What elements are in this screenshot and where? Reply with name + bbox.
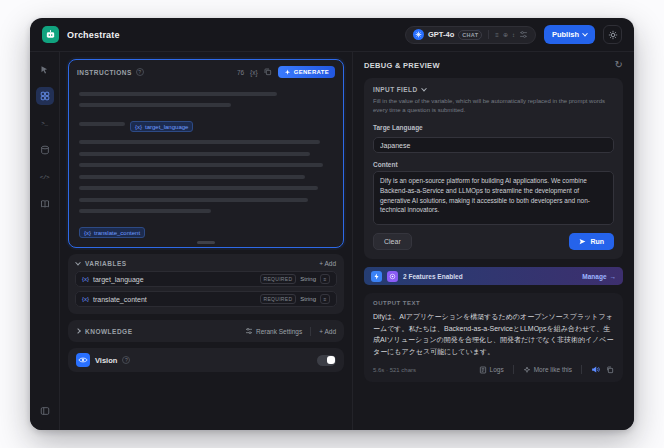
speaker-icon[interactable] [591, 365, 600, 374]
help-icon[interactable]: ? [122, 356, 130, 364]
skeleton-line [79, 186, 318, 190]
model-mode-badge: CHAT [458, 30, 482, 40]
chevron-down-icon [582, 30, 588, 36]
variable-row[interactable]: {x} target_language REQUIRED String ≡ [75, 271, 337, 287]
type-label: String [300, 296, 316, 302]
sidebar-item-orchestrate[interactable] [36, 87, 54, 105]
publish-label: Publish [552, 30, 579, 39]
publish-button[interactable]: Publish [544, 25, 595, 44]
variables-title: VARIABLES [85, 260, 127, 267]
content-textarea[interactable]: Dify is an open-source platform for buil… [373, 171, 614, 225]
copy-output-icon[interactable] [606, 366, 614, 374]
feature-icon-blue [371, 271, 382, 282]
generate-button[interactable]: GENERATE [278, 66, 335, 78]
variable-settings-icon[interactable]: ≡ [320, 294, 330, 304]
skeleton-line [79, 175, 305, 179]
debug-title: DEBUG & PREVIEW [364, 61, 440, 70]
model-param-icon-1[interactable]: ≡ [495, 32, 499, 38]
skeleton-line [79, 140, 320, 144]
output-text: Difyは、AIアプリケーションを構築するためのオープンソースプラットフォームで… [373, 311, 614, 357]
settings-button[interactable] [603, 25, 622, 44]
instructions-title: INSTRUCTIONS [77, 69, 132, 76]
divider [513, 365, 514, 374]
variable-insert-icon[interactable]: {x} [250, 69, 258, 76]
send-icon [579, 238, 586, 245]
skeleton-line [79, 152, 310, 156]
sparkle-icon [523, 366, 531, 374]
add-knowledge-button[interactable]: + Add [319, 328, 336, 335]
model-param-icon-3[interactable]: ↕ [512, 32, 515, 38]
refresh-icon[interactable]: ↻ [615, 60, 623, 70]
logs-icon[interactable] [36, 141, 54, 159]
target-language-input[interactable] [373, 137, 614, 153]
output-title: OUTPUT TEXT [373, 300, 614, 306]
add-variable-button[interactable]: + Add [319, 260, 336, 267]
variable-token[interactable]: {x}target_language [130, 121, 193, 132]
model-selector[interactable]: GPT-4o CHAT ≡ ⊕ ↕ [405, 26, 536, 44]
chevron-down-icon[interactable] [75, 259, 81, 265]
eye-icon [76, 353, 90, 367]
knowledge-title: KNOWLEDGE [85, 328, 132, 335]
help-icon[interactable]: ? [136, 68, 144, 76]
vision-label: Vision [95, 356, 117, 365]
variable-token[interactable]: {x}translate_content [79, 227, 145, 238]
variable-settings-icon[interactable]: ≡ [320, 274, 330, 284]
pointer-icon[interactable] [36, 60, 54, 78]
field-label-target-language: Targe Language [373, 124, 614, 131]
divider [581, 365, 582, 374]
vision-toggle[interactable] [317, 355, 336, 366]
copy-icon[interactable] [264, 68, 272, 76]
arrow-right-icon: → [610, 273, 617, 280]
variables-panel: VARIABLES + Add {x} target_language REQU… [68, 254, 344, 314]
api-icon[interactable]: </> [36, 168, 54, 186]
chevron-right-icon[interactable] [75, 328, 81, 334]
clear-button[interactable]: Clear [373, 233, 412, 250]
left-icon-rail: >_ </> [30, 52, 60, 430]
terminal-icon[interactable]: >_ [36, 114, 54, 132]
input-field-card: INPUT FIELD Fill in the value of the var… [364, 78, 623, 259]
required-badge: REQUIRED [260, 274, 297, 284]
knowledge-panel: KNOWLEDGE Rerank Settings + Add [68, 320, 344, 342]
instructions-panel: INSTRUCTIONS ? 76 {x} GENERATE [68, 59, 344, 248]
collapse-sidebar-icon[interactable] [36, 402, 54, 420]
skeleton-line [79, 198, 308, 202]
input-field-description: Fill in the value of the variable, which… [373, 97, 614, 116]
pill-divider [488, 30, 489, 39]
manage-features-button[interactable]: Manage → [582, 273, 616, 280]
features-bar: 2 Features Enabled Manage → [364, 267, 623, 285]
skeleton-line [79, 103, 231, 107]
app-logo-icon [42, 26, 59, 43]
model-param-icon-2[interactable]: ⊕ [503, 32, 508, 38]
orchestrate-column: INSTRUCTIONS ? 76 {x} GENERATE [60, 52, 352, 430]
debug-preview-column: DEBUG & PREVIEW ↻ INPUT FIELD Fill in th… [352, 52, 634, 430]
output-stats: 5.6s · 521 chars [373, 367, 416, 373]
variable-row[interactable]: {x} translate_content REQUIRED String ≡ [75, 291, 337, 307]
page-title: Orchestrate [67, 30, 120, 40]
sliders-icon[interactable] [519, 30, 528, 39]
header: Orchestrate GPT-4o CHAT ≡ ⊕ ↕ Publish [30, 18, 634, 52]
divider [310, 327, 311, 336]
required-badge: REQUIRED [260, 294, 297, 304]
more-like-this-button[interactable]: More like this [523, 366, 572, 374]
resize-handle[interactable] [197, 241, 215, 244]
x-token-icon: {x} [82, 296, 89, 302]
vision-panel: Vision ? [68, 348, 344, 372]
output-panel: OUTPUT TEXT Difyは、AIアプリケーションを構築するためのオープン… [364, 293, 623, 382]
docs-icon[interactable] [36, 195, 54, 213]
generate-label: GENERATE [294, 69, 329, 75]
prompt-editor[interactable]: {x}target_language {x}translate_content [69, 80, 343, 247]
features-enabled-text: 2 Features Enabled [403, 273, 463, 280]
char-count: 76 [237, 69, 244, 76]
model-icon [413, 29, 424, 40]
logs-icon [479, 366, 487, 374]
skeleton-line [79, 122, 125, 126]
rerank-settings-button[interactable]: Rerank Settings [245, 327, 302, 335]
input-field-header[interactable]: INPUT FIELD [373, 86, 614, 93]
x-token-icon: {x} [82, 276, 89, 282]
app-window: Orchestrate GPT-4o CHAT ≡ ⊕ ↕ Publish [30, 18, 634, 430]
model-name: GPT-4o [428, 30, 454, 39]
run-button[interactable]: Run [569, 233, 614, 250]
skeleton-line [79, 209, 211, 213]
skeleton-line [79, 163, 323, 167]
logs-button[interactable]: Logs [479, 366, 504, 374]
